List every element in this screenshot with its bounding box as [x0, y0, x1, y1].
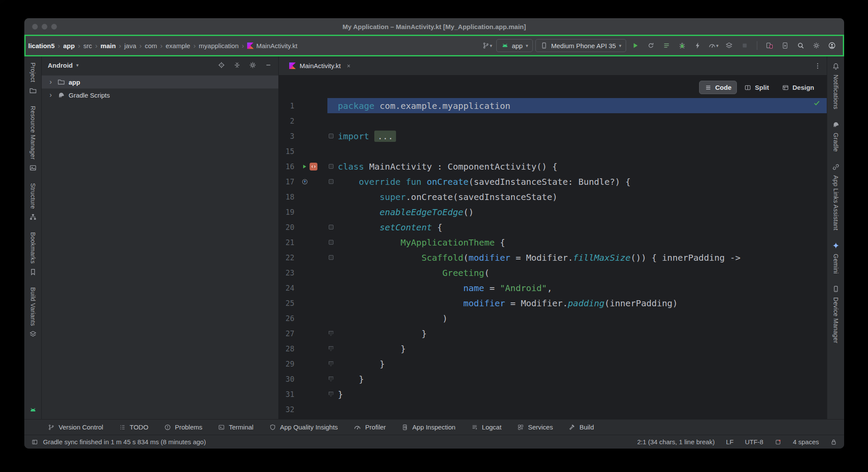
collapse-all-button[interactable] [233, 61, 241, 69]
hide-panel-button[interactable] [264, 61, 272, 69]
code-text[interactable]: } [327, 371, 827, 387]
tool-button-build-variants[interactable]: Build Variants [29, 287, 37, 338]
code-line-19[interactable]: 19enableEdgeToEdge() [279, 204, 827, 220]
zoom-window-button[interactable] [51, 24, 57, 30]
code-text[interactable]: class MainActivity : ComponentActivity()… [327, 159, 827, 174]
overrides-method-icon[interactable] [301, 178, 308, 185]
breadcrumb-com[interactable]: com [145, 42, 157, 49]
panel-settings-button[interactable] [249, 61, 257, 69]
breadcrumb-mainactivity-kt[interactable]: MainActivity.kt [247, 42, 297, 49]
code-line-18[interactable]: 18super.onCreate(savedInstanceState) [279, 189, 827, 204]
tool-button-structure[interactable]: Structure [29, 183, 37, 221]
fold-marker-icon[interactable] [329, 331, 333, 336]
fold-marker-icon[interactable] [329, 255, 333, 260]
code-text[interactable]: enableEdgeToEdge() [327, 204, 827, 220]
breadcrumb-java[interactable]: java [124, 42, 136, 49]
code-line-15[interactable]: 15 [279, 144, 827, 159]
code-text[interactable]: Scaffold(modifier = Modifier.fillMaxSize… [327, 250, 827, 265]
tool-button-device-manager[interactable]: Device Manager [832, 285, 840, 343]
coverage-button[interactable] [723, 39, 736, 52]
code-text[interactable]: } [327, 356, 827, 371]
tree-item-gradle-scripts[interactable]: ›Gradle Scripts [42, 88, 278, 102]
view-toggle-split[interactable]: Split [739, 81, 775, 94]
search-everywhere-button[interactable] [794, 39, 807, 52]
view-toggle-design[interactable]: Design [776, 81, 820, 94]
close-tab-icon[interactable] [346, 63, 352, 69]
code-text[interactable]: super.onCreate(savedInstanceState) [327, 189, 827, 204]
expand-chevron-icon[interactable]: › [50, 79, 54, 85]
editor-options-icon[interactable] [814, 62, 822, 70]
code-line-30[interactable]: 30} [279, 371, 827, 387]
code-text[interactable]: MyApplicationTheme { [327, 235, 827, 250]
device-selector[interactable]: Medium Phone API 35 ▾ [535, 39, 626, 52]
stop-button[interactable] [738, 39, 751, 52]
apply-changes-button[interactable] [644, 39, 657, 52]
fold-marker-icon[interactable] [329, 361, 333, 366]
code-line-16[interactable]: 16class MainActivity : ComponentActivity… [279, 159, 827, 174]
expand-chevron-icon[interactable]: › [50, 92, 54, 98]
fold-marker-icon[interactable] [329, 134, 333, 138]
fold-column[interactable] [327, 377, 334, 381]
close-window-button[interactable] [32, 24, 38, 30]
tool-button-resource-manager[interactable]: Resource Manager [29, 106, 37, 172]
toolwindow-button-version-control[interactable]: Version Control [48, 423, 103, 431]
code-line-29[interactable]: 29} [279, 356, 827, 371]
toolwindow-button-terminal[interactable]: Terminal [218, 423, 254, 431]
project-view-selector[interactable]: Android ▾ [48, 62, 79, 69]
vcs-widget[interactable]: ▾ [481, 39, 494, 52]
breadcrumb-example[interactable]: example [165, 42, 190, 49]
code-text[interactable] [327, 113, 827, 128]
code-text[interactable] [327, 402, 827, 417]
fold-marker-icon[interactable] [329, 392, 333, 397]
code-text[interactable]: Greeting( [327, 265, 827, 280]
toolwindow-button-profiler[interactable]: Profiler [353, 423, 386, 431]
running-devices-button[interactable] [779, 39, 792, 52]
code-text[interactable]: setContent { [327, 220, 827, 235]
code-text[interactable]: } [327, 387, 827, 402]
fold-column[interactable] [327, 179, 334, 184]
code-text[interactable]: } [327, 341, 827, 356]
compose-preview-icon[interactable] [310, 163, 317, 170]
breadcrumb-main[interactable]: main [101, 42, 116, 49]
fold-column[interactable] [327, 134, 334, 138]
code-line-17[interactable]: 17override fun onCreate(savedInstanceSta… [279, 174, 827, 189]
fold-column[interactable] [327, 392, 334, 397]
selected-code-text[interactable]: package com.example.myapplication [327, 98, 827, 113]
run-list-button[interactable] [660, 39, 673, 52]
breadcrumb-myapplication[interactable]: myapplication [199, 42, 239, 49]
code-area[interactable]: 1package com.example.myapplication23impo… [279, 75, 827, 419]
code-line-28[interactable]: 28} [279, 341, 827, 356]
code-line-2[interactable]: 2 [279, 113, 827, 128]
code-line-31[interactable]: 31} [279, 387, 827, 402]
fold-marker-icon[interactable] [329, 240, 333, 245]
toolwindow-button-logcat[interactable]: Logcat [471, 423, 502, 431]
fold-column[interactable] [327, 361, 334, 366]
profile-button[interactable] [825, 39, 838, 52]
fold-column[interactable] [327, 346, 334, 351]
fold-marker-icon[interactable] [329, 225, 333, 229]
debug-button[interactable] [676, 39, 689, 52]
breadcrumb-app[interactable]: app [63, 42, 75, 49]
code-line-27[interactable]: 27} [279, 326, 827, 341]
code-text[interactable]: import ... [327, 128, 827, 144]
caret-position[interactable]: 2:1 (34 chars, 1 line break) [637, 438, 715, 446]
toolwindow-button-problems[interactable]: Problems [164, 423, 202, 431]
toolwindow-button-services[interactable]: Services [517, 423, 553, 431]
settings-button[interactable] [810, 39, 823, 52]
tool-button-gemini[interactable]: Gemini [832, 242, 840, 274]
run-config-selector[interactable]: app ▾ [496, 39, 533, 52]
fold-column[interactable] [327, 164, 334, 169]
profiler-button[interactable]: ▾ [707, 39, 720, 52]
code-line-24[interactable]: 24name = "Android", [279, 280, 827, 295]
minimize-window-button[interactable] [42, 24, 47, 30]
fold-marker-icon[interactable] [329, 179, 333, 184]
breadcrumb-src[interactable]: src [83, 42, 92, 49]
encoding[interactable]: UTF-8 [745, 438, 763, 446]
fold-column[interactable] [327, 331, 334, 336]
tree-item-app[interactable]: ›app [42, 75, 278, 88]
fold-marker-icon[interactable] [329, 346, 333, 351]
toolwindow-button-app-inspection[interactable]: App Inspection [402, 423, 455, 431]
code-line-23[interactable]: 23Greeting( [279, 265, 827, 280]
code-line-1[interactable]: 1package com.example.myapplication [279, 98, 827, 113]
tool-button-app-links-assistant[interactable]: App Links Assistant [832, 163, 840, 230]
